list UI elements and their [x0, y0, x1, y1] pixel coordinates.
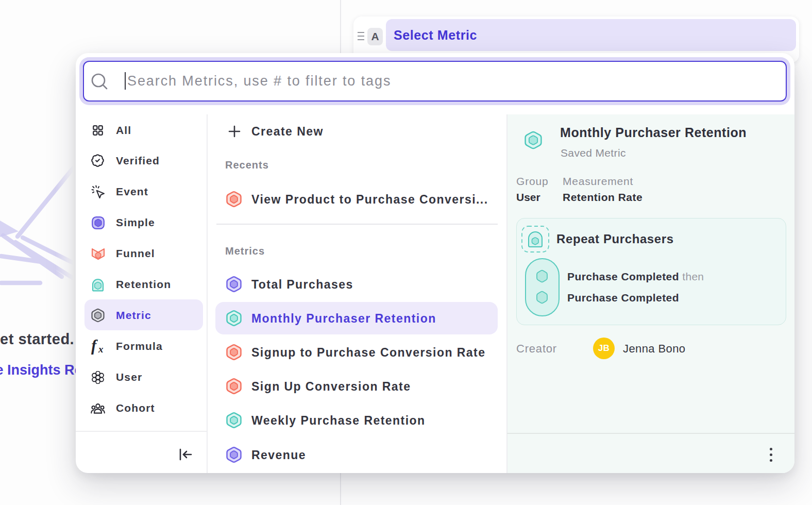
svg-text:f: f — [91, 336, 98, 355]
svg-text:x: x — [98, 344, 104, 355]
